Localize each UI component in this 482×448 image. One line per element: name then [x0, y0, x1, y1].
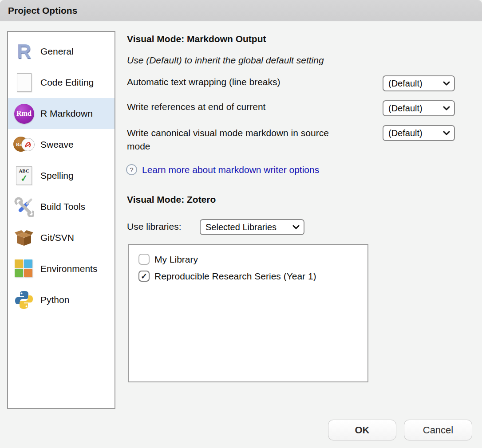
- cancel-button[interactable]: Cancel: [404, 420, 472, 440]
- help-icon[interactable]: ?: [126, 164, 137, 175]
- text-wrapping-select[interactable]: (Default): [383, 75, 455, 91]
- sidebar-item-label: Git/SVN: [40, 232, 74, 243]
- sidebar-item-label: Python: [40, 295, 69, 305]
- sidebar-item-label: Code Editing: [40, 77, 94, 88]
- sidebar-item-label: Build Tools: [40, 201, 85, 212]
- sidebar-item-label: General: [40, 46, 74, 57]
- environments-cube-icon: [13, 258, 35, 279]
- pdf-swoosh-icon: [24, 141, 32, 149]
- text-wrapping-label: Automatic text wrapping (line breaks): [127, 77, 375, 87]
- code-document-icon: [13, 72, 35, 93]
- sidebar-item-label: R Markdown: [40, 108, 93, 119]
- sidebar-item-git-svn[interactable]: Git/SVN: [8, 222, 115, 253]
- options-sidebar: R General Code Editing Rmd R Markdown Rn…: [7, 31, 115, 409]
- sidebar-item-label: Spelling: [40, 170, 74, 181]
- window-title: Project Options: [0, 5, 77, 16]
- rmarkdown-icon: Rmd: [13, 103, 35, 124]
- library-label: Reproducible Research Series (Year 1): [154, 271, 316, 282]
- sidebar-item-python[interactable]: Python: [8, 284, 115, 315]
- my-library-checkbox[interactable]: ✓: [138, 254, 150, 265]
- markdown-output-heading: Visual Mode: Markdown Output: [127, 34, 266, 44]
- build-tools-icon: [13, 196, 35, 217]
- sidebar-item-spelling[interactable]: ABC ✓ Spelling: [8, 160, 115, 191]
- sidebar-item-build-tools[interactable]: Build Tools: [8, 191, 115, 222]
- chevron-down-icon: [292, 225, 300, 229]
- sidebar-item-label: Environments: [40, 263, 97, 274]
- sidebar-item-environments[interactable]: Environments: [8, 253, 115, 284]
- reproducible-research-checkbox[interactable]: ✓: [138, 271, 150, 282]
- python-logo-icon: [13, 289, 35, 310]
- default-inherit-note: Use (Default) to inherit the global defa…: [127, 55, 324, 66]
- r-logo-icon: R: [13, 41, 35, 62]
- library-label: My Library: [154, 254, 198, 265]
- write-references-select[interactable]: (Default): [383, 100, 455, 116]
- ok-button[interactable]: OK: [328, 420, 396, 440]
- zotero-libraries-listbox: ✓ My Library ✓ Reproducible Research Ser…: [128, 244, 368, 382]
- sidebar-item-code-editing[interactable]: Code Editing: [8, 67, 115, 98]
- use-libraries-label: Use libraries:: [127, 221, 182, 232]
- use-libraries-select[interactable]: Selected Libraries: [200, 219, 304, 235]
- window-titlebar: Project Options: [0, 0, 482, 21]
- markdown-writer-options-link[interactable]: Learn more about markdown writer options: [142, 165, 319, 175]
- chevron-down-icon: [443, 131, 450, 135]
- chevron-down-icon: [443, 106, 450, 110]
- write-references-label: Write references at end of current: [127, 102, 375, 112]
- canonical-markdown-label: Write canonical visual mode markdown in …: [127, 126, 331, 153]
- sidebar-item-r-markdown[interactable]: Rmd R Markdown: [8, 98, 115, 129]
- spellcheck-icon: ABC ✓: [13, 165, 35, 186]
- library-row-my-library[interactable]: ✓ My Library: [129, 254, 367, 265]
- sidebar-item-label: Sweave: [40, 139, 74, 150]
- library-row-reproducible-research[interactable]: ✓ Reproducible Research Series (Year 1): [129, 271, 367, 282]
- canonical-markdown-select[interactable]: (Default): [383, 125, 455, 141]
- zotero-heading: Visual Mode: Zotero: [127, 194, 216, 205]
- package-box-icon: [13, 227, 35, 248]
- chevron-down-icon: [443, 81, 450, 86]
- sidebar-item-sweave[interactable]: Rnw Sweave: [8, 129, 115, 160]
- sidebar-item-general[interactable]: R General: [8, 36, 115, 67]
- sweave-pdf-icon: Rnw: [13, 134, 35, 155]
